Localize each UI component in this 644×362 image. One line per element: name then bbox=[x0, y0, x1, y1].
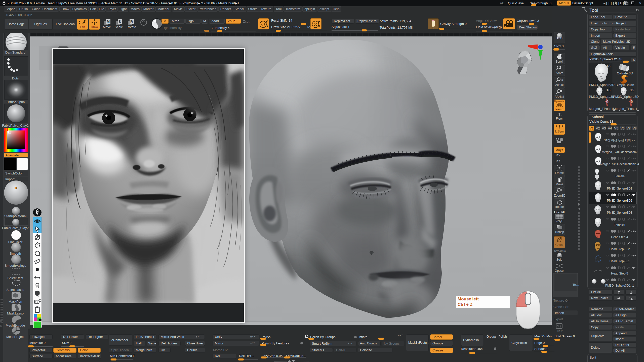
svg-text:D: D bbox=[318, 24, 320, 28]
svg-text:S: S bbox=[118, 20, 121, 24]
svg-text:R: R bbox=[130, 20, 133, 24]
svg-text:S: S bbox=[266, 24, 268, 28]
svg-text:+: + bbox=[315, 24, 316, 26]
svg-text:x1: x1 bbox=[561, 79, 563, 81]
svg-text:M: M bbox=[107, 20, 110, 24]
svg-text:+: + bbox=[262, 24, 264, 26]
svg-text:BPR: BPR bbox=[556, 36, 562, 39]
